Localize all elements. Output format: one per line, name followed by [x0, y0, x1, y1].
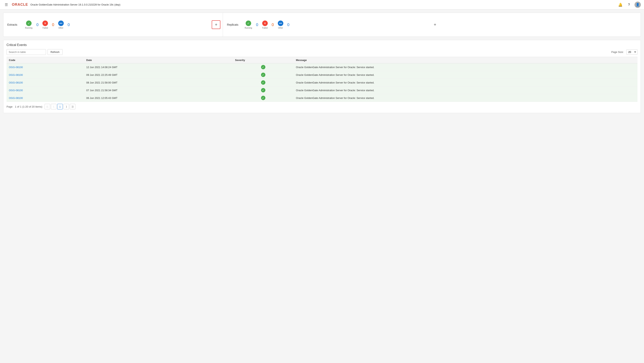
cell-message: Oracle GoldenGate Administration Server …	[294, 79, 638, 87]
replicats-other-icon: •••	[278, 21, 283, 26]
cell-message: Oracle GoldenGate Administration Server …	[294, 71, 638, 79]
page-size-label: Page Size:	[611, 51, 624, 54]
cell-date: 08 Jun 2021 21:58:00 GMT	[84, 79, 232, 87]
table-row: OGG-0810006 Jun 2021 12:05:43 GMT✓Oracle…	[6, 94, 638, 102]
cell-date: 07 Jun 2021 21:58:34 GMT	[84, 87, 232, 94]
col-severity: Severity	[232, 57, 294, 63]
add-extract-button[interactable]: +	[212, 20, 220, 29]
oracle-logo: ORACLE	[12, 3, 28, 7]
severity-ok-icon: ✓	[261, 96, 265, 100]
pagination: Page 1 of 1 (1-20 of 20 items) ⟨⟨ ⟨ 1 ⟩ …	[6, 102, 638, 110]
extracts-running-item: ✓ Running	[25, 21, 32, 29]
empty-process-area	[442, 13, 641, 37]
table-row: OGG-0810007 Jun 2021 21:58:34 GMT✓Oracle…	[6, 87, 638, 94]
extracts-other-label: Other	[58, 27, 63, 29]
cell-code: OGG-08100	[6, 79, 84, 87]
severity-ok-icon: ✓	[261, 73, 265, 77]
col-code: Code	[6, 57, 84, 63]
extracts-failed-count: 0	[52, 23, 54, 27]
pagination-page-label: Page	[6, 105, 12, 108]
hamburger-menu-button[interactable]: ☰	[3, 2, 10, 8]
cell-code: OGG-08100	[6, 87, 84, 94]
col-date: Date	[84, 57, 232, 63]
replicats-failed-count: 0	[272, 23, 274, 27]
add-replicat-button[interactable]: +	[432, 21, 438, 28]
cell-code: OGG-08100	[6, 94, 84, 102]
code-link[interactable]: OGG-08100	[9, 89, 23, 92]
pagination-total: 1	[20, 105, 21, 108]
cell-code: OGG-08100	[6, 63, 84, 71]
page-size-select[interactable]: 20 10 50 100	[626, 49, 638, 55]
top-navigation: ☰ ORACLE Oracle GoldenGate Administratio…	[0, 0, 644, 10]
severity-ok-icon: ✓	[261, 80, 265, 85]
app-title: Oracle GoldenGate Administration Server …	[30, 3, 120, 6]
code-link[interactable]: OGG-08100	[9, 66, 23, 69]
cell-message: Oracle GoldenGate Administration Server …	[294, 87, 638, 94]
user-avatar-button[interactable]: 👤	[634, 2, 641, 8]
extracts-failed-icon: ✕	[42, 21, 48, 26]
extracts-failed-label: Failed	[42, 27, 48, 29]
notifications-button[interactable]: 🔔	[617, 2, 624, 8]
pagination-items-info: (1-20 of 20 items)	[22, 105, 42, 108]
cell-severity: ✓	[232, 87, 294, 94]
replicats-running-icon: ✓	[246, 21, 251, 26]
extracts-other-icon: •••	[58, 21, 64, 26]
table-row: OGG-0810012 Jun 2021 14:08:24 GMT✓Oracle…	[6, 63, 638, 71]
pagination-first-button[interactable]: ⟨⟨	[44, 104, 50, 109]
table-row: OGG-0810009 Jun 2021 22:25:49 GMT✓Oracle…	[6, 71, 638, 79]
pagination-of: of	[17, 105, 19, 108]
avatar-icon: 👤	[636, 3, 640, 7]
replicats-running-label: Running	[245, 27, 252, 29]
cell-severity: ✓	[232, 71, 294, 79]
bell-icon: 🔔	[618, 3, 622, 7]
cell-message: Oracle GoldenGate Administration Server …	[294, 63, 638, 71]
replicats-other-label: Other	[278, 27, 283, 29]
extracts-running-label: Running	[25, 27, 32, 29]
replicats-failed-icon: ✕	[262, 21, 268, 26]
severity-ok-icon: ✓	[261, 65, 265, 69]
extracts-other-item: ••• Other	[58, 21, 64, 29]
table-body: OGG-0810012 Jun 2021 14:08:24 GMT✓Oracle…	[6, 63, 638, 102]
refresh-button[interactable]: Refresh	[48, 49, 62, 55]
code-link[interactable]: OGG-08100	[9, 74, 23, 76]
extracts-other-count: 0	[68, 23, 70, 27]
code-link[interactable]: OGG-08100	[9, 81, 23, 84]
replicats-failed-label: Failed	[262, 27, 268, 29]
cell-date: 09 Jun 2021 22:25:49 GMT	[84, 71, 232, 79]
code-link[interactable]: OGG-08100	[9, 97, 23, 100]
extracts-section: Extracts ✓ Running 0 ✕ Failed 0 ••• Othe…	[3, 13, 209, 37]
main-content: Extracts ✓ Running 0 ✕ Failed 0 ••• Othe…	[0, 10, 644, 116]
replicats-section: Replicats ✓ Running 0 ✕ Failed 0 ••• Oth…	[223, 13, 429, 37]
cell-severity: ✓	[232, 63, 294, 71]
processes-panel: Extracts ✓ Running 0 ✕ Failed 0 ••• Othe…	[3, 13, 641, 37]
replicats-other-item: ••• Other	[278, 21, 283, 29]
cell-severity: ✓	[232, 79, 294, 87]
table-header: Code Date Severity Message	[6, 57, 638, 63]
help-button[interactable]: ?	[626, 2, 632, 8]
events-table-wrapper: Code Date Severity Message OGG-0810012 J…	[6, 57, 638, 102]
help-icon: ?	[628, 3, 630, 7]
search-input[interactable]	[6, 49, 46, 55]
replicats-running-count: 0	[256, 23, 258, 27]
extracts-failed-item: ✕ Failed	[42, 21, 48, 29]
events-toolbar: Refresh Page Size: 20 10 50 100	[6, 49, 638, 55]
cell-severity: ✓	[232, 94, 294, 102]
replicats-label: Replicats	[227, 23, 241, 26]
col-message: Message	[294, 57, 638, 63]
severity-ok-icon: ✓	[261, 88, 265, 92]
cell-date: 06 Jun 2021 12:05:43 GMT	[84, 94, 232, 102]
critical-events-panel: Critical Events Refresh Page Size: 20 10…	[3, 40, 641, 113]
table-header-row: Code Date Severity Message	[6, 57, 638, 63]
nav-icons: 🔔 ? 👤	[617, 2, 641, 8]
add-replicat-container: +	[429, 13, 442, 37]
pagination-current: 1	[15, 105, 16, 108]
extracts-status-group: ✓ Running 0 ✕ Failed 0 ••• Other 0	[25, 21, 70, 29]
cell-date: 12 Jun 2021 14:08:24 GMT	[84, 63, 232, 71]
cell-code: OGG-08100	[6, 71, 84, 79]
pagination-last-button[interactable]: ⟩⟩	[70, 104, 75, 109]
add-extract-container: +	[209, 13, 223, 37]
pagination-next-button[interactable]: ⟩	[64, 104, 69, 109]
pagination-prev-button[interactable]: ⟨	[51, 104, 56, 109]
extracts-label: Extracts	[7, 23, 21, 26]
replicats-status-group: ✓ Running 0 ✕ Failed 0 ••• Other 0	[245, 21, 290, 29]
